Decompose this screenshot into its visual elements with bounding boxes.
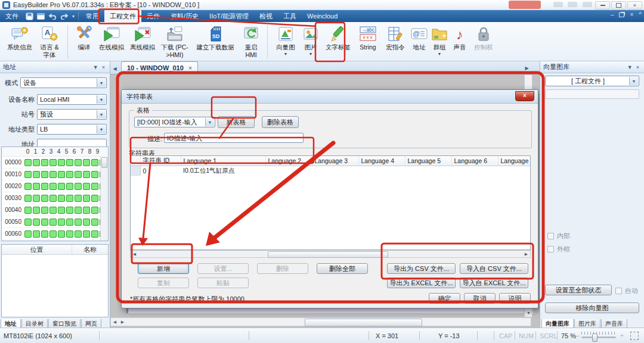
tab-scroll-left-icon[interactable]: ◀ — [110, 63, 119, 74]
import-csv-button[interactable]: 导入自 CSV 文件... — [460, 263, 528, 274]
sound-library-button[interactable]: ♪ 声音 — [450, 23, 470, 60]
undo-icon[interactable] — [47, 13, 58, 20]
language1-cell[interactable]: I0.0工位1气缸原点 — [181, 166, 265, 176]
frame-checkbox[interactable] — [547, 246, 554, 252]
panel-close-icon[interactable]: × — [100, 64, 107, 70]
address-bit-cell[interactable] — [91, 159, 98, 166]
address-bit-cell[interactable] — [83, 183, 90, 190]
address-bit-cell[interactable] — [33, 171, 40, 178]
address-bit-cell[interactable] — [49, 183, 57, 190]
mdi-close-button[interactable]: × — [630, 11, 633, 18]
panel-menu-icon[interactable]: ▼ — [626, 64, 634, 70]
panel-close-icon[interactable]: × — [634, 64, 641, 70]
address-bit-cell[interactable] — [58, 207, 65, 214]
library-source-select[interactable]: [ 工程文件 ]▼ — [545, 76, 639, 86]
zoom-slider-track[interactable] — [581, 336, 616, 338]
shape-library-button[interactable]: 向量图 ▼ — [272, 23, 299, 60]
address-bit-cell[interactable] — [24, 219, 32, 226]
menu-tab-project-file[interactable]: 工程文件 — [104, 10, 141, 22]
picture-library-button[interactable]: 图片 ▼ — [299, 23, 322, 60]
new-table-button[interactable]: 新表格 — [218, 116, 255, 128]
address-bit-cell[interactable] — [91, 207, 98, 214]
address-bit-cell[interactable] — [58, 159, 65, 166]
menu-tab-view[interactable]: 检视 — [254, 10, 278, 22]
address-bit-cell[interactable] — [41, 230, 48, 238]
address-bit-cell[interactable] — [49, 195, 57, 202]
address-bit-cell[interactable] — [66, 159, 73, 166]
maximize-button[interactable] — [611, 1, 626, 10]
build-download-data-button[interactable]: SD 建立下载数据 — [191, 23, 239, 60]
address-bit-cell[interactable] — [83, 219, 90, 226]
text-label-button[interactable]: 文字标签 — [322, 23, 354, 60]
address-bit-cell[interactable] — [33, 230, 40, 238]
string-table-button[interactable]: →abc××× String — [354, 23, 382, 60]
table-horizontal-scrollbar[interactable]: ◀ ▶ — [130, 250, 531, 258]
delete-all-button[interactable]: 删除全部 — [317, 263, 368, 274]
quick-access-dropdown-icon[interactable]: ▾ — [70, 14, 76, 19]
description-input[interactable]: IO描述-输入 — [164, 133, 304, 143]
ok-button[interactable]: 确定 — [429, 293, 460, 304]
set-all-states-button[interactable]: 设置至全部状态 — [545, 285, 612, 295]
internal-checkbox[interactable] — [547, 233, 554, 239]
address-bit-cell[interactable] — [41, 207, 48, 214]
address-bit-cell[interactable] — [33, 195, 40, 202]
address-bit-cell[interactable] — [75, 171, 82, 178]
menu-tab-weincloud[interactable]: Weincloud — [302, 10, 343, 22]
string-table-select[interactable]: [ID:000] IO描述-输入▼ — [134, 117, 215, 127]
export-excel-button[interactable]: 导出为 EXCEL 文件... — [387, 277, 456, 288]
remove-shape-button[interactable]: 移除向量图 — [545, 303, 639, 313]
scroll-right-icon[interactable]: ▶ — [119, 318, 126, 326]
address-bit-cell[interactable] — [91, 230, 98, 238]
export-csv-button[interactable]: 导出为 CSV 文件... — [387, 263, 456, 274]
scroll-right-icon[interactable]: ▶ — [522, 250, 530, 258]
mode-select[interactable]: 设备▼ — [20, 77, 107, 88]
address-bit-cell[interactable] — [66, 207, 73, 214]
compile-button[interactable]: 编译 — [72, 23, 96, 60]
address-bit-cell[interactable] — [33, 207, 40, 214]
close-button[interactable]: × — [627, 1, 642, 10]
address-bit-cell[interactable] — [49, 219, 57, 226]
grid-scrollbar[interactable] — [100, 156, 108, 241]
address-bit-cell[interactable] — [33, 219, 40, 226]
address-bit-cell[interactable] — [24, 195, 32, 202]
address-bit-cell[interactable] — [75, 207, 82, 214]
address-bit-cell[interactable] — [66, 171, 73, 178]
address-bit-cell[interactable] — [66, 195, 73, 202]
mdi-minimize-button[interactable]: – — [611, 11, 614, 18]
address-bit-cell[interactable] — [91, 171, 98, 178]
menu-tab-iiot[interactable]: IIoT/能源管理 — [204, 10, 254, 22]
string-id-cell[interactable]: 0 — [140, 166, 181, 176]
address-bit-cell[interactable] — [58, 195, 65, 202]
address-bit-cell[interactable] — [24, 183, 32, 190]
address-bit-cell[interactable] — [49, 207, 57, 214]
window-preview-icon[interactable] — [35, 13, 47, 20]
restart-hmi-button[interactable]: 重启 HMI — [239, 23, 263, 60]
macro-button[interactable]: 宏指令 — [382, 23, 409, 60]
address-bit-cell[interactable] — [83, 171, 90, 178]
address-bit-cell[interactable] — [75, 195, 82, 202]
fit-selection-icon[interactable] — [630, 332, 639, 340]
import-excel-button[interactable]: 导入自 EXCEL 文件... — [460, 277, 528, 288]
address-bit-cell[interactable] — [83, 207, 90, 214]
row-selector-cell[interactable] — [131, 166, 140, 176]
address-bit-cell[interactable] — [24, 171, 32, 178]
download-pc-hmi-button[interactable]: 下载 (PC->HMI) — [158, 23, 191, 60]
address-bit-cell[interactable] — [49, 159, 57, 166]
address-bit-cell[interactable] — [75, 219, 82, 226]
string-table-row[interactable]: 0 I0.0工位1气缸原点 — [131, 166, 531, 176]
address-tag-button[interactable]: @ 地址 — [409, 23, 429, 60]
address-bit-cell[interactable] — [33, 159, 40, 166]
address-bit-cell[interactable] — [41, 219, 48, 226]
scrollbar-thumb[interactable] — [305, 319, 422, 326]
canvas-horizontal-scrollbar[interactable]: ◀ ▶ — [110, 317, 531, 326]
address-bit-cell[interactable] — [91, 183, 98, 190]
tab-close-icon[interactable]: × — [188, 64, 192, 71]
address-bit-cell[interactable] — [41, 183, 48, 190]
menu-file[interactable]: 文件 — [0, 10, 24, 22]
menu-tab-object[interactable]: 元件 — [141, 10, 165, 22]
address-bit-cell[interactable] — [24, 230, 32, 238]
address-bit-cell[interactable] — [41, 171, 48, 178]
scroll-left-icon[interactable]: ◀ — [131, 250, 138, 258]
zoom-slider-thumb[interactable] — [592, 333, 597, 342]
address-bit-cell[interactable] — [33, 183, 40, 190]
